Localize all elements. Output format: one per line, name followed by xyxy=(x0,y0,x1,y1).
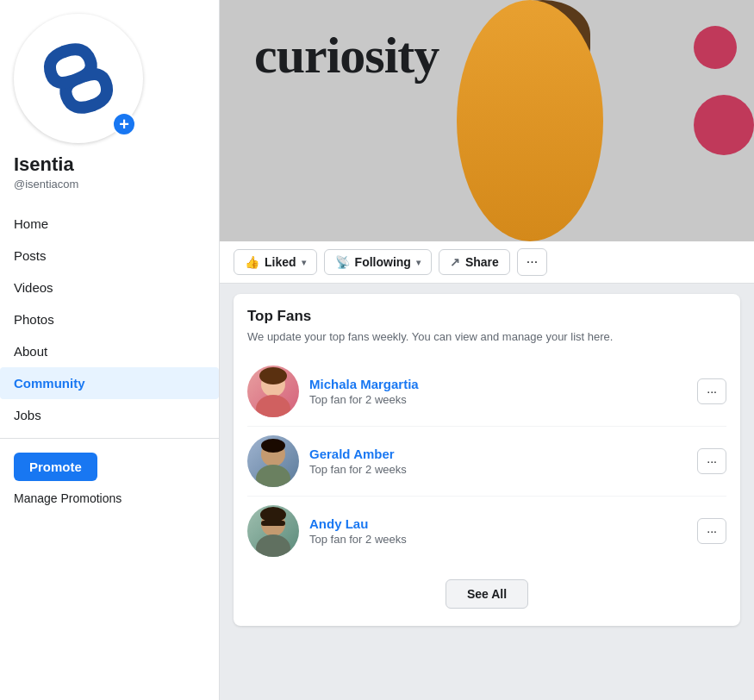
svg-point-8 xyxy=(260,507,286,522)
fan-name-2[interactable]: Gerald Amber xyxy=(309,447,687,461)
liked-label: Liked xyxy=(265,255,296,269)
fan-avatar-icon-3 xyxy=(247,505,299,557)
top-fans-subtitle: We update your top fans weekly. You can … xyxy=(247,330,726,343)
fan-avatar-2 xyxy=(247,435,299,487)
sidebar-profile: + Isentia @isentiacom xyxy=(0,0,157,208)
fan-avatar-1 xyxy=(247,366,299,417)
svg-point-7 xyxy=(256,534,290,557)
svg-rect-9 xyxy=(261,521,285,526)
fan-item-2: Gerald Amber Top fan for 2 weeks ··· xyxy=(247,427,726,497)
fan-info-1: Michala Margartia Top fan for 2 weeks xyxy=(309,377,687,406)
action-bar: 👍 Liked ▾ 📡 Following ▾ ↗ Share ··· xyxy=(220,241,754,284)
fan-more-button-2[interactable]: ··· xyxy=(697,448,726,474)
page-handle: @isentiacom xyxy=(14,178,78,191)
following-button[interactable]: 📡 Following ▾ xyxy=(324,249,432,275)
dot-decoration-1 xyxy=(694,26,737,69)
cover-text: curiosity xyxy=(254,26,439,85)
fan-item-3: Andy Lau Top fan for 2 weeks ··· xyxy=(247,497,726,566)
sidebar-item-posts[interactable]: Posts xyxy=(0,240,219,272)
fan-info-3: Andy Lau Top fan for 2 weeks xyxy=(309,516,687,546)
page-wrapper: + Isentia @isentiacom Home Posts Videos … xyxy=(0,0,754,700)
sidebar-divider xyxy=(0,438,219,439)
sidebar-item-community[interactable]: Community xyxy=(0,367,219,399)
cover-photo: curiosity xyxy=(220,0,754,241)
svg-point-1 xyxy=(256,395,290,417)
sidebar-item-home[interactable]: Home xyxy=(0,208,219,240)
liked-icon: 👍 xyxy=(245,255,259,269)
fan-avatar-icon-1 xyxy=(247,366,299,417)
cover-person-figure xyxy=(444,0,616,241)
dot-decoration-2 xyxy=(694,95,754,155)
brand-logo-icon xyxy=(27,27,130,130)
following-icon: 📡 xyxy=(335,255,350,269)
fan-sub-1: Top fan for 2 weeks xyxy=(309,393,687,406)
share-icon: ↗ xyxy=(450,255,460,269)
top-fans-card: Top Fans We update your top fans weekly.… xyxy=(234,294,740,626)
sidebar-item-jobs[interactable]: Jobs xyxy=(0,399,219,431)
fan-more-button-3[interactable]: ··· xyxy=(697,518,726,544)
sidebar-item-about[interactable]: About xyxy=(0,335,219,367)
add-photo-button[interactable]: + xyxy=(112,112,136,136)
sidebar-nav: Home Posts Videos Photos About Community… xyxy=(0,208,219,431)
main-content: curiosity 👍 Liked ▾ 📡 Following ▾ xyxy=(220,0,754,700)
following-label: Following xyxy=(355,255,411,269)
fan-sub-3: Top fan for 2 weeks xyxy=(309,533,687,546)
content-area: Top Fans We update your top fans weekly.… xyxy=(220,284,754,700)
fan-info-2: Gerald Amber Top fan for 2 weeks xyxy=(309,447,687,476)
fan-avatar-3 xyxy=(247,505,299,557)
fan-item-1: Michala Margartia Top fan for 2 weeks ··… xyxy=(247,357,726,427)
top-fans-title: Top Fans xyxy=(247,308,726,325)
share-button[interactable]: ↗ Share xyxy=(439,249,510,275)
svg-point-5 xyxy=(261,439,285,453)
avatar-wrapper: + xyxy=(14,14,143,143)
fan-more-button-1[interactable]: ··· xyxy=(697,378,726,404)
fan-sub-2: Top fan for 2 weeks xyxy=(309,463,687,476)
sidebar-item-videos[interactable]: Videos xyxy=(0,272,219,303)
manage-promotions-link[interactable]: Manage Promotions xyxy=(0,484,135,512)
following-chevron-icon: ▾ xyxy=(416,258,421,267)
page-name: Isentia xyxy=(14,153,74,176)
see-all-button[interactable]: See All xyxy=(446,579,528,609)
share-label: Share xyxy=(465,255,499,269)
person-body xyxy=(444,0,616,241)
fan-name-1[interactable]: Michala Margartia xyxy=(309,377,687,391)
svg-point-4 xyxy=(256,465,290,487)
liked-chevron-icon: ▾ xyxy=(302,258,306,267)
promote-button[interactable]: Promote xyxy=(14,453,97,481)
fan-avatar-icon-2 xyxy=(247,435,299,487)
sidebar: + Isentia @isentiacom Home Posts Videos … xyxy=(0,0,220,700)
sidebar-item-photos[interactable]: Photos xyxy=(0,303,219,335)
svg-point-2 xyxy=(259,367,287,384)
fan-name-3[interactable]: Andy Lau xyxy=(309,516,687,531)
more-options-button[interactable]: ··· xyxy=(517,248,547,276)
liked-button[interactable]: 👍 Liked ▾ xyxy=(234,249,317,275)
